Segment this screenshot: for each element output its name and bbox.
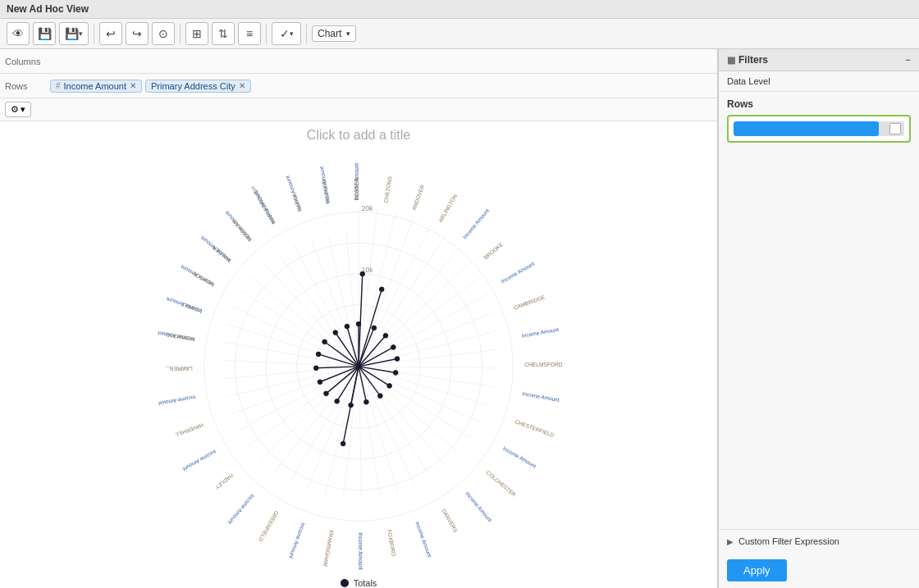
table-icon: ≡ [246,27,253,40]
separator-1 [94,24,94,43]
svg-point-79 [391,345,396,350]
rows-highlight-box [727,115,911,143]
svg-text:Income Amount: Income Amount [182,449,217,472]
chip-label-income: Income Amount [64,81,126,91]
svg-point-94 [360,271,365,276]
svg-text:Income Amount: Income Amount [358,532,363,570]
svg-line-48 [252,277,359,367]
rows-bar[interactable] [734,121,904,136]
sort-button[interactable]: ⇅ [212,22,235,45]
rows-chips: # Income Amount ✕ Primary Address City ✕ [50,80,712,93]
svg-point-77 [372,326,377,330]
svg-point-83 [378,394,383,399]
svg-text:Income Amount: Income Amount [500,261,535,285]
filters-collapse-button[interactable]: − [906,55,911,65]
svg-text:Income Amount: Income Amount [199,235,232,264]
svg-text:NATICK: NATICK [290,192,303,212]
svg-text:Income Amount: Income Amount [502,445,537,469]
svg-line-43 [222,360,359,367]
undo-button[interactable]: ↩ [99,22,122,45]
svg-point-88 [318,380,322,385]
gear-icon: ⚙ [11,104,19,115]
view-button[interactable]: 👁 [7,22,30,45]
svg-point-81 [393,371,398,376]
filters-spacer [719,149,919,529]
svg-text:Income Amount: Income Amount [166,296,203,314]
svg-line-25 [359,367,459,453]
custom-filter-toggle[interactable]: ▶ Custom Filter Expression [727,536,911,546]
apply-button[interactable]: Apply [727,559,787,581]
chip-income-amount[interactable]: # Income Amount ✕ [50,80,142,93]
svg-point-90 [316,352,321,357]
chip-primary-city[interactable]: Primary Address City ✕ [145,80,251,93]
svg-point-84 [364,399,369,404]
chart-label: Chart [318,28,341,39]
redo-icon: ↪ [132,27,142,40]
custom-filter-label: Custom Filter Expression [738,536,839,546]
svg-point-91 [322,340,327,344]
separator-4 [306,24,307,43]
move-icon: ⊞ [192,27,202,40]
titlebar: New Ad Hoc View [0,0,919,19]
svg-text:CHELMSFORD: CHELMSFORD [524,362,562,367]
data-level-row: Data Level [719,71,919,92]
expand-icon: ▶ [727,537,734,546]
gear-dropdown-icon: ▾ [21,104,25,115]
svg-point-86 [335,399,340,403]
chart-type-dropdown[interactable]: Chart ▾ [312,25,356,42]
svg-text:FOXBORO: FOXBORO [386,529,397,557]
svg-text:BOSTON: BOSTON [354,178,359,201]
sort-icon: ⇅ [218,27,228,40]
svg-text:Income Amount: Income Amount [158,394,195,407]
svg-text:CAMBRIDGE: CAMBRIDGE [513,294,546,310]
check-button[interactable]: ✓ ▾ [272,22,301,45]
svg-text:ANDOVER: ANDOVER [411,184,426,211]
save-dropdown-icon: ▾ [79,30,83,38]
history-button[interactable]: ⊙ [152,22,175,45]
svg-line-42 [222,367,359,379]
gear-button[interactable]: ⚙ ▾ [5,102,31,117]
filters-panel: ▦ Filters − Data Level Rows [718,49,919,588]
main-area: Columns Rows # Income Amount ✕ Primary A… [0,49,919,588]
chart-title[interactable]: Click to add a title [307,128,410,143]
svg-text:Income Amount: Income Amount [414,521,432,558]
move-button[interactable]: ⊞ [185,22,208,45]
svg-line-67 [320,367,359,382]
svg-line-26 [359,367,446,466]
left-panel: Columns Rows # Income Amount ✕ Primary A… [0,49,718,588]
radar-chart: 20k 10k [71,143,646,575]
redo-button[interactable]: ↪ [126,22,149,45]
svg-text:GREENFIELD: GREENFIELD [258,510,280,543]
legend-dot [341,579,349,587]
table-button[interactable]: ≡ [238,22,261,45]
svg-line-71 [336,333,359,367]
custom-filter-section: ▶ Custom Filter Expression [719,529,919,553]
svg-text:DANVERS: DANVERS [441,508,459,534]
filters-icon: ▦ [727,55,735,66]
svg-point-80 [395,357,400,362]
svg-line-30 [359,367,380,496]
svg-line-53 [327,234,359,367]
svg-text:COLCHESTER: COLCHESTER [485,469,517,497]
save-dropdown-button[interactable]: 💾 ▾ [59,22,89,45]
chart-dropdown-icon: ▾ [346,30,350,38]
rows-bar-handle[interactable] [889,123,901,134]
remove-income-button[interactable]: ✕ [130,81,136,90]
svg-text:ARLINGTON: ARLINGTON [437,193,458,223]
svg-text:Income Amount: Income Amount [318,166,331,203]
data-level-label: Data Level [727,76,770,86]
svg-line-33 [325,367,359,495]
save-button[interactable]: 💾 [33,22,56,45]
svg-text:CHESTERFIELD: CHESTERFIELD [514,418,556,438]
svg-text:HAVERHILL: HAVERHILL [174,422,204,438]
svg-point-95 [341,441,345,446]
svg-text:Income Amount: Income Amount [288,522,306,560]
remove-city-button[interactable]: ✕ [239,81,245,90]
save-icon2: 💾 [65,27,79,40]
save-icon: 💾 [38,27,52,40]
hash-icon: # [56,81,61,90]
separator-2 [180,24,181,43]
rows-bar-fill [734,121,879,136]
svg-line-41 [226,367,359,397]
columns-label: Columns [5,57,50,66]
